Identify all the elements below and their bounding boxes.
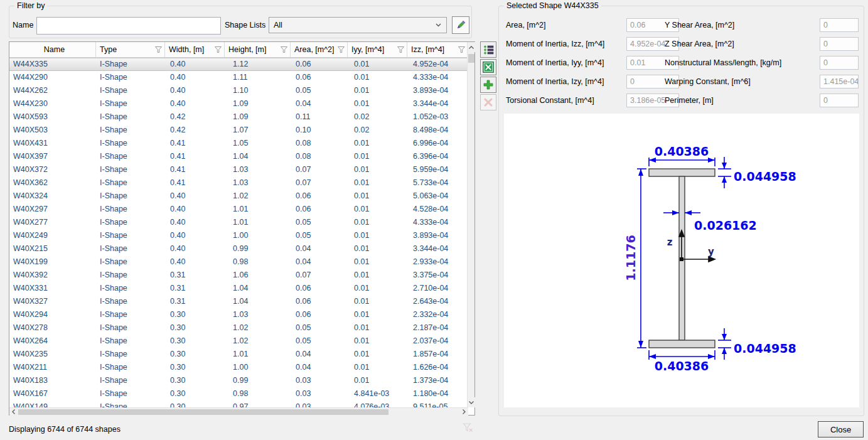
- column-header[interactable]: Height, [m]: [225, 42, 291, 57]
- filter-funnel-icon[interactable]: [154, 46, 163, 53]
- export-excel-button[interactable]: [480, 59, 496, 75]
- scroll-down-arrow-icon[interactable]: [468, 397, 475, 407]
- filter-funnel-icon[interactable]: [337, 46, 345, 53]
- column-header[interactable]: Width, [m]: [165, 42, 225, 57]
- column-header[interactable]: Type: [96, 42, 165, 57]
- table-row[interactable]: W40X397I-Shape0.411.040.080.016.396e-04: [9, 150, 468, 163]
- table-row[interactable]: W40X327I-Shape0.311.040.060.012.643e-04: [9, 295, 468, 308]
- table-cell: 3.375e-04: [413, 269, 448, 282]
- excel-icon: [483, 62, 494, 73]
- horizontal-scroll-thumb[interactable]: [18, 409, 388, 415]
- table-cell: 0.30: [170, 308, 185, 321]
- table-cell: W40X392: [13, 269, 48, 282]
- table-cell: W44X335: [13, 58, 48, 71]
- table-row[interactable]: W40X199I-Shape0.400.980.040.012.933e-04: [9, 255, 468, 269]
- table-row[interactable]: W40X235I-Shape0.301.010.040.011.857e-04: [9, 348, 468, 361]
- add-shape-button[interactable]: [480, 77, 496, 93]
- filter-funnel-icon[interactable]: [280, 46, 288, 53]
- section-height-label: 1.1176: [624, 235, 638, 281]
- table-cell: 0.31: [170, 269, 185, 282]
- table-cell: 1.01: [233, 216, 248, 229]
- table-cell: I-Shape: [100, 255, 127, 269]
- filter-funnel-icon[interactable]: [397, 46, 405, 53]
- scroll-up-arrow-icon[interactable]: [468, 42, 475, 52]
- column-header[interactable]: Name: [9, 42, 96, 57]
- table-cell: 0.40: [170, 203, 185, 216]
- table-cell: I-Shape: [100, 242, 127, 255]
- table-row[interactable]: W40X372I-Shape0.411.030.070.015.959e-04: [9, 163, 468, 176]
- x-icon: [483, 97, 493, 107]
- table-row[interactable]: W44X262I-Shape0.401.100.050.013.893e-04: [9, 84, 468, 97]
- delete-shape-button: [480, 94, 496, 110]
- table-row[interactable]: W40X593I-Shape0.421.090.110.021.052e-03: [9, 110, 468, 124]
- table-cell: 1.02: [233, 190, 248, 203]
- horizontal-scrollbar[interactable]: [9, 407, 468, 416]
- table-row[interactable]: W40X392I-Shape0.311.060.070.013.375e-04: [9, 269, 468, 282]
- table-cell: 0.42: [170, 124, 185, 137]
- table-row[interactable]: W40X149I-Shape0.300.970.034.076e-039.511…: [9, 400, 468, 407]
- table-cell: 0.01: [354, 150, 369, 163]
- table-row[interactable]: W40X167I-Shape0.300.980.034.841e-031.180…: [9, 387, 468, 400]
- column-header[interactable]: Iyy, [m^4]: [348, 42, 407, 57]
- table-cell: I-Shape: [100, 150, 127, 163]
- property-label: Moment of Inertia, Izy, [m^4]: [506, 75, 604, 89]
- table-cell: 1.03: [233, 308, 248, 321]
- table-cell: 0.04: [296, 348, 311, 361]
- edit-shape-lists-toolbar-button[interactable]: [480, 41, 496, 58]
- table-cell: 1.00: [233, 229, 248, 242]
- table-row[interactable]: W40X264I-Shape0.301.020.050.012.037e-04: [9, 335, 468, 348]
- vertical-scrollbar[interactable]: [467, 42, 474, 407]
- table-cell: 6.396e-04: [413, 150, 448, 163]
- column-header[interactable]: Izz, [m^4]: [407, 42, 468, 57]
- table-row[interactable]: W40X294I-Shape0.301.030.060.012.332e-04: [9, 308, 468, 321]
- table-row[interactable]: W40X362I-Shape0.411.030.070.015.733e-04: [9, 176, 468, 190]
- filter-funnel-icon[interactable]: [458, 46, 466, 53]
- table-cell: I-Shape: [100, 97, 127, 110]
- table-cell: 0.01: [354, 361, 369, 374]
- table-cell: 1.05: [233, 137, 248, 150]
- table-row[interactable]: W44X290I-Shape0.401.110.060.014.333e-04: [9, 71, 468, 84]
- table-row[interactable]: W44X230I-Shape0.401.090.040.013.344e-04: [9, 97, 468, 110]
- filter-funnel-icon[interactable]: [214, 46, 222, 53]
- column-header[interactable]: Area, [m^2]: [291, 42, 348, 57]
- table-row[interactable]: W40X183I-Shape0.300.990.030.011.373e-04: [9, 374, 468, 387]
- table-cell: W40X277: [13, 216, 48, 229]
- scroll-left-arrow-icon[interactable]: [9, 408, 18, 416]
- table-row[interactable]: W40X297I-Shape0.401.010.060.014.528e-04: [9, 203, 468, 216]
- table-cell: W40X235: [13, 348, 48, 361]
- table-row[interactable]: W40X277I-Shape0.401.010.050.014.333e-04: [9, 216, 468, 229]
- table-row[interactable]: W40X331I-Shape0.311.040.060.012.710e-04: [9, 282, 468, 295]
- table-cell: 0.31: [170, 282, 185, 295]
- property-label: Z Shear Area, [m^2]: [665, 37, 734, 51]
- shape-lists-dropdown[interactable]: All: [269, 17, 447, 33]
- table-cell: 0.40: [170, 216, 185, 229]
- close-button[interactable]: Close: [818, 421, 864, 437]
- scroll-right-arrow-icon[interactable]: [460, 408, 468, 416]
- table-row[interactable]: W40X431I-Shape0.411.050.080.016.996e-04: [9, 137, 468, 150]
- table-cell: I-Shape: [100, 361, 127, 374]
- vertical-scroll-thumb[interactable]: [468, 54, 474, 63]
- column-header-label: Area, [m^2]: [291, 45, 335, 54]
- table-cell: 0.40: [170, 71, 185, 84]
- table-cell: W40X249: [13, 229, 48, 242]
- table-cell: 0.30: [170, 400, 185, 407]
- property-label: Torsional Constant, [m^4]: [506, 94, 594, 107]
- table-row[interactable]: W40X278I-Shape0.301.020.050.012.187e-04: [9, 321, 468, 335]
- table-cell: 0.98: [233, 255, 248, 269]
- table-row[interactable]: W44X335I-Shape0.401.120.060.014.952e-04: [9, 58, 468, 71]
- table-row[interactable]: W40X211I-Shape0.301.000.040.011.626e-04: [9, 361, 468, 374]
- property-label: Warping Constant, [m^6]: [665, 75, 751, 89]
- table-row[interactable]: W40X215I-Shape0.400.990.040.013.344e-04: [9, 242, 468, 255]
- table-cell: I-Shape: [100, 190, 127, 203]
- table-row[interactable]: W40X503I-Shape0.421.070.100.028.498e-04: [9, 124, 468, 137]
- edit-shape-lists-button[interactable]: [452, 16, 469, 34]
- property-value-field: 0: [820, 94, 859, 107]
- table-cell: I-Shape: [100, 400, 127, 407]
- table-cell: 0.03: [296, 374, 311, 387]
- table-row[interactable]: W40X324I-Shape0.401.020.060.015.063e-04: [9, 190, 468, 203]
- table-cell: 0.02: [354, 110, 369, 124]
- property-label: Moment of Inertia, Izz, [m^4]: [506, 37, 604, 51]
- table-cell: 2.710e-04: [413, 282, 448, 295]
- table-row[interactable]: W40X249I-Shape0.401.000.050.013.893e-04: [9, 229, 468, 242]
- name-filter-input[interactable]: [36, 17, 221, 35]
